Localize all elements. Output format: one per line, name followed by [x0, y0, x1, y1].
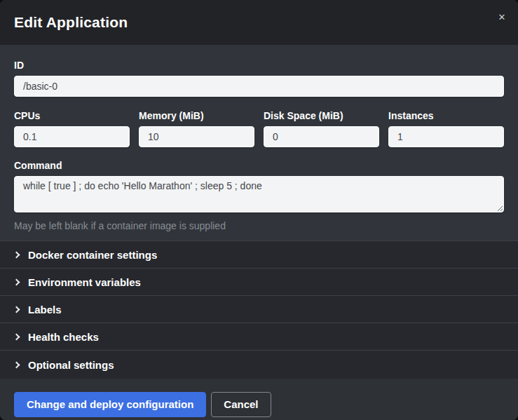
- modal-footer: Change and deploy configuration Cancel: [0, 379, 518, 420]
- memory-label: Memory (MiB): [139, 110, 254, 121]
- id-input[interactable]: [14, 76, 504, 97]
- chevron-right-icon: [13, 306, 20, 313]
- modal-title: Edit Application: [14, 14, 128, 31]
- change-and-deploy-button[interactable]: Change and deploy configuration: [14, 392, 206, 417]
- instances-label: Instances: [388, 110, 504, 121]
- section-environment-variables[interactable]: Environment variables: [0, 269, 518, 296]
- application-form: ID CPUs Memory (MiB) Disk Space (MiB) In…: [0, 45, 518, 241]
- section-label: Labels: [28, 304, 62, 316]
- modal-header: Edit Application ✕: [0, 0, 518, 45]
- cancel-button[interactable]: Cancel: [211, 392, 271, 417]
- memory-field-group: Memory (MiB): [139, 110, 254, 147]
- resources-row: CPUs Memory (MiB) Disk Space (MiB) Insta…: [14, 110, 504, 147]
- cpus-label: CPUs: [14, 110, 130, 121]
- disk-input[interactable]: [264, 126, 379, 147]
- disk-field-group: Disk Space (MiB): [264, 110, 379, 147]
- chevron-right-icon: [13, 361, 20, 368]
- settings-accordion: Docker container settings Environment va…: [0, 241, 518, 379]
- section-docker-container-settings[interactable]: Docker container settings: [0, 241, 518, 269]
- cpus-input[interactable]: [14, 126, 130, 147]
- section-label: Docker container settings: [28, 249, 157, 261]
- edit-application-modal: Edit Application ✕ ID CPUs Memory (MiB) …: [0, 0, 518, 420]
- instances-field-group: Instances: [388, 110, 504, 147]
- command-field-group: Command while [ true ] ; do echo 'Hello …: [14, 160, 504, 231]
- cpus-field-group: CPUs: [14, 110, 130, 147]
- close-icon[interactable]: ✕: [495, 11, 509, 25]
- section-label: Optional settings: [28, 359, 114, 371]
- section-health-checks[interactable]: Health checks: [0, 323, 518, 351]
- chevron-right-icon: [13, 251, 20, 258]
- section-labels[interactable]: Labels: [0, 296, 518, 323]
- section-label: Health checks: [28, 331, 99, 343]
- section-optional-settings[interactable]: Optional settings: [0, 351, 518, 379]
- disk-label: Disk Space (MiB): [264, 110, 379, 121]
- chevron-right-icon: [13, 333, 20, 340]
- id-label: ID: [14, 60, 504, 71]
- instances-input[interactable]: [388, 126, 504, 147]
- chevron-right-icon: [13, 278, 20, 285]
- memory-input[interactable]: [139, 126, 254, 147]
- command-help-text: May be left blank if a container image i…: [14, 220, 504, 231]
- command-textarea[interactable]: while [ true ] ; do echo 'Hello Marathon…: [14, 176, 504, 212]
- command-label: Command: [14, 160, 504, 171]
- section-label: Environment variables: [28, 276, 141, 288]
- id-field-group: ID: [14, 60, 504, 97]
